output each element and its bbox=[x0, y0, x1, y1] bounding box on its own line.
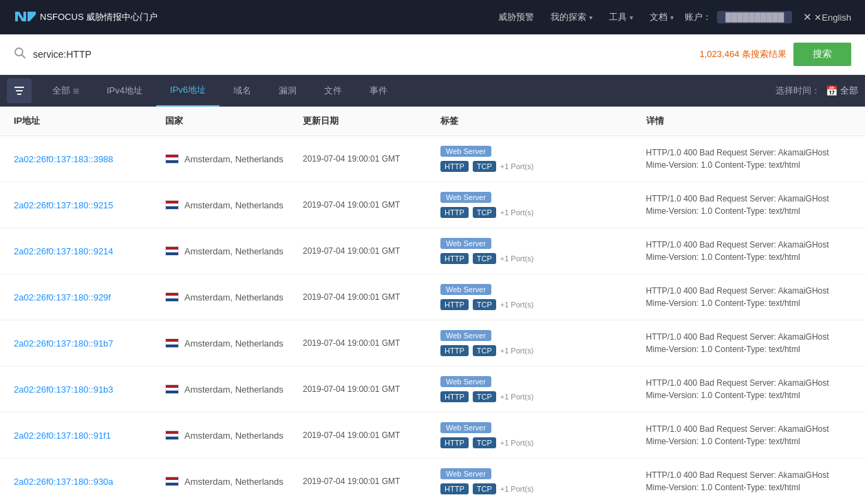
tab-ipv4[interactable]: IPv4地址 bbox=[93, 75, 156, 107]
tags-cell: Web Server HTTP TCP +1 Port(s) bbox=[440, 376, 646, 402]
tag-row-primary: Web Server bbox=[440, 284, 646, 295]
tab-ipv6[interactable]: IPv6地址 bbox=[156, 75, 220, 107]
filter-button[interactable] bbox=[7, 78, 32, 103]
tags-cell: Web Server HTTP TCP +1 Port(s) bbox=[440, 284, 646, 310]
update-date: 2019-07-04 19:00:01 GMT bbox=[303, 476, 440, 486]
flag-icon bbox=[165, 430, 179, 440]
tag-http: HTTP bbox=[440, 345, 469, 356]
tags-cell: Web Server HTTP TCP +1 Port(s) bbox=[440, 146, 646, 172]
tag-row-secondary: HTTP TCP +1 Port(s) bbox=[440, 437, 646, 448]
table-row: 2a02:26f0:137:180::929f Amsterdam, Nethe… bbox=[0, 274, 865, 320]
ip-address[interactable]: 2a02:26f0:137:180::91b3 bbox=[14, 384, 165, 395]
tag-http: HTTP bbox=[440, 299, 469, 310]
docs-dropdown-arrow: ▾ bbox=[670, 14, 674, 21]
col-tags: 标签 bbox=[440, 115, 646, 127]
flag-icon bbox=[165, 154, 179, 164]
tab-all[interactable]: 全部 ⊞ bbox=[39, 75, 93, 107]
detail-text: HTTP/1.0 400 Bad Request Server: AkamaiG… bbox=[646, 193, 852, 217]
time-select: 选择时间： 📅 全部 bbox=[776, 85, 858, 97]
tag-row-secondary: HTTP TCP +1 Port(s) bbox=[440, 161, 646, 172]
col-detail: 详情 bbox=[646, 115, 852, 127]
tab-event[interactable]: 事件 bbox=[356, 75, 401, 107]
country-name: Amsterdam, Netherlands bbox=[184, 292, 284, 303]
flag-icon bbox=[165, 476, 179, 486]
country-name: Amsterdam, Netherlands bbox=[184, 154, 284, 164]
ip-address[interactable]: 2a02:26f0:137:180::91b7 bbox=[14, 338, 165, 349]
tag-tcp: TCP bbox=[473, 483, 496, 494]
flag-icon bbox=[165, 338, 179, 348]
tag-web-server: Web Server bbox=[440, 376, 491, 387]
tags-cell: Web Server HTTP TCP +1 Port(s) bbox=[440, 468, 646, 494]
search-input[interactable] bbox=[33, 49, 693, 60]
tag-web-server: Web Server bbox=[440, 468, 491, 479]
ip-address[interactable]: 2a02:26f0:137:180::9215 bbox=[14, 200, 165, 210]
update-date: 2019-07-04 19:00:01 GMT bbox=[303, 430, 440, 440]
country-cell: Amsterdam, Netherlands bbox=[165, 154, 303, 164]
ip-address[interactable]: 2a02:26f0:137:183::3988 bbox=[14, 154, 165, 164]
search-icon[interactable] bbox=[14, 47, 26, 62]
tag-row-primary: Web Server bbox=[440, 422, 646, 433]
tag-web-server: Web Server bbox=[440, 284, 491, 295]
tag-row-primary: Web Server bbox=[440, 330, 646, 341]
nav-docs[interactable]: 文档 ▾ bbox=[650, 11, 674, 23]
flag-icon bbox=[165, 384, 179, 394]
nav-tools[interactable]: 工具 ▾ bbox=[609, 11, 633, 23]
tag-web-server: Web Server bbox=[440, 238, 491, 249]
tag-http: HTTP bbox=[440, 207, 469, 218]
tag-tcp: TCP bbox=[473, 253, 496, 264]
detail-text: HTTP/1.0 400 Bad Request Server: AkamaiG… bbox=[646, 146, 852, 171]
tag-port: +1 Port(s) bbox=[500, 208, 534, 217]
ip-address[interactable]: 2a02:26f0:137:180::930a bbox=[14, 476, 165, 487]
nav-threat-warning[interactable]: 威胁预警 bbox=[498, 11, 534, 23]
tag-port: +1 Port(s) bbox=[500, 439, 534, 447]
tag-web-server: Web Server bbox=[440, 422, 491, 433]
country-name: Amsterdam, Netherlands bbox=[184, 430, 284, 441]
tag-tcp: TCP bbox=[473, 345, 496, 356]
tags-cell: Web Server HTTP TCP +1 Port(s) bbox=[440, 422, 646, 448]
language-toggle[interactable]: ✕ ✕English bbox=[803, 11, 851, 23]
account-area: 账户： ██████████ bbox=[685, 11, 792, 23]
tab-vuln[interactable]: 漏洞 bbox=[265, 75, 310, 107]
tab-file[interactable]: 文件 bbox=[310, 75, 356, 107]
tabs: 全部 ⊞ IPv4地址 IPv6地址 域名 漏洞 文件 事件 bbox=[39, 75, 776, 107]
tag-port: +1 Port(s) bbox=[500, 347, 534, 355]
calendar-icon: 📅 bbox=[826, 85, 837, 96]
detail-text: HTTP/1.0 400 Bad Request Server: AkamaiG… bbox=[646, 423, 852, 448]
search-result-count: 1,023,464 条搜索结果 bbox=[700, 48, 787, 61]
tag-row-primary: Web Server bbox=[440, 146, 646, 157]
logo-text: NSFOCUS 威胁情报中心门户 bbox=[40, 11, 158, 23]
table-row: 2a02:26f0:137:180::91b3 Amsterdam, Nethe… bbox=[0, 366, 865, 413]
table-row: 2a02:26f0:137:180::91f1 Amsterdam, Nethe… bbox=[0, 413, 865, 459]
table-row: 2a02:26f0:137:180::9215 Amsterdam, Nethe… bbox=[0, 182, 865, 228]
country-cell: Amsterdam, Netherlands bbox=[165, 384, 303, 395]
country-name: Amsterdam, Netherlands bbox=[184, 476, 284, 487]
table-row: 2a02:26f0:137:183::3988 Amsterdam, Nethe… bbox=[0, 136, 865, 182]
country-name: Amsterdam, Netherlands bbox=[184, 338, 284, 349]
country-cell: Amsterdam, Netherlands bbox=[165, 200, 303, 210]
ip-address[interactable]: 2a02:26f0:137:180::929f bbox=[14, 292, 165, 303]
tag-http: HTTP bbox=[440, 391, 469, 402]
country-name: Amsterdam, Netherlands bbox=[184, 384, 284, 395]
update-date: 2019-07-04 19:00:01 GMT bbox=[303, 154, 440, 164]
table-row: 2a02:26f0:137:180::91b7 Amsterdam, Nethe… bbox=[0, 320, 865, 366]
update-date: 2019-07-04 19:00:01 GMT bbox=[303, 200, 440, 210]
ip-address[interactable]: 2a02:26f0:137:180::9214 bbox=[14, 246, 165, 256]
translate-icon: ✕ bbox=[803, 11, 812, 23]
tag-tcp: TCP bbox=[473, 299, 496, 310]
tags-cell: Web Server HTTP TCP +1 Port(s) bbox=[440, 238, 646, 264]
header-nav: 威胁预警 我的探索 ▾ 工具 ▾ 文档 ▾ bbox=[498, 11, 674, 23]
tag-row-secondary: HTTP TCP +1 Port(s) bbox=[440, 299, 646, 310]
explore-dropdown-arrow: ▾ bbox=[589, 14, 592, 21]
country-name: Amsterdam, Netherlands bbox=[184, 200, 284, 210]
tab-domain[interactable]: 域名 bbox=[220, 75, 265, 107]
country-cell: Amsterdam, Netherlands bbox=[165, 338, 303, 349]
nav-my-explore[interactable]: 我的探索 ▾ bbox=[551, 11, 592, 23]
tag-row-secondary: HTTP TCP +1 Port(s) bbox=[440, 483, 646, 494]
tag-row-primary: Web Server bbox=[440, 468, 646, 479]
search-button[interactable]: 搜索 bbox=[793, 43, 851, 66]
ip-address[interactable]: 2a02:26f0:137:180::91f1 bbox=[14, 430, 165, 441]
time-value-btn[interactable]: 📅 全部 bbox=[826, 85, 858, 97]
table-row: 2a02:26f0:137:180::930a Amsterdam, Nethe… bbox=[0, 459, 865, 504]
country-cell: Amsterdam, Netherlands bbox=[165, 292, 303, 303]
flag-icon bbox=[165, 292, 179, 302]
